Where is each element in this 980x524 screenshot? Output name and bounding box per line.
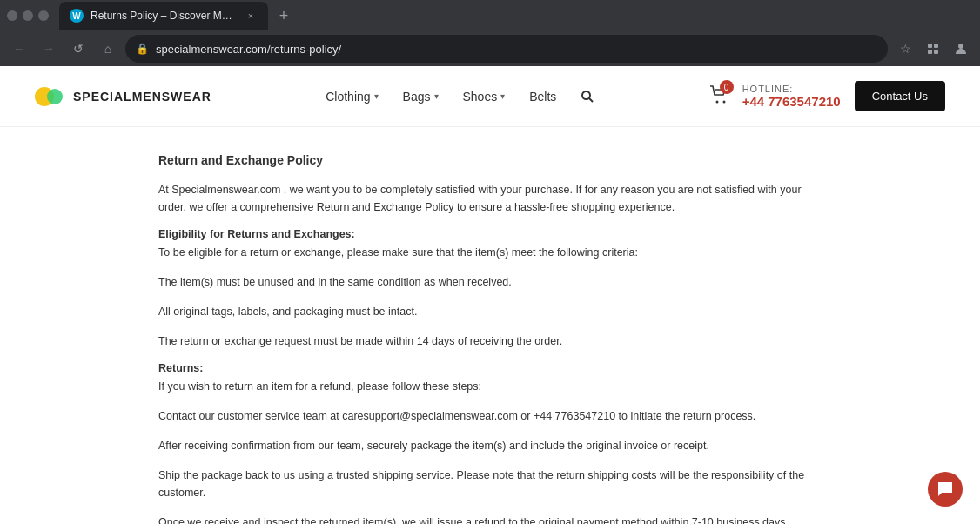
svg-point-10 <box>722 101 725 104</box>
nav-clothing[interactable]: Clothing ▾ <box>326 90 378 104</box>
logo-text: SPECIALMENSWEAR <box>73 90 211 104</box>
chevron-down-icon: ▾ <box>434 91 439 101</box>
new-tab-button[interactable]: + <box>272 3 296 28</box>
extensions-button[interactable] <box>921 37 945 61</box>
svg-point-7 <box>582 91 590 99</box>
browser-titlebar: W Returns Policy – Discover Men... × + <box>0 0 980 31</box>
svg-rect-1 <box>934 44 938 48</box>
browser-tab[interactable]: W Returns Policy – Discover Men... × <box>59 2 268 30</box>
eligibility-line3: All original tags, labels, and packaging… <box>158 303 822 320</box>
returns-line1: If you wish to return an item for a refu… <box>158 378 822 395</box>
returns-line5: Once we receive and inspect the returned… <box>158 514 822 524</box>
svg-rect-3 <box>934 50 938 54</box>
tab-close-button[interactable]: × <box>244 9 258 23</box>
eligibility-title: Eligibility for Returns and Exchanges: <box>158 228 822 240</box>
returns-line2: Contact our customer service team at car… <box>158 407 822 425</box>
nav-bags[interactable]: Bags ▾ <box>403 90 439 104</box>
profile-button[interactable] <box>949 37 973 61</box>
returns-line3: After receiving confirmation from our te… <box>158 437 822 454</box>
lock-icon: 🔒 <box>136 43 149 55</box>
bookmark-button[interactable]: ☆ <box>893 37 917 61</box>
site-navigation: SPECIALMENSWEAR Clothing ▾ Bags ▾ Shoes … <box>0 66 980 127</box>
browser-toolbar: ← → ↺ ⌂ 🔒 specialmenswear.com/returns-po… <box>0 31 980 66</box>
browser-window: W Returns Policy – Discover Men... × + ←… <box>0 0 980 66</box>
nav-belts[interactable]: Belts <box>529 90 556 104</box>
svg-line-8 <box>589 98 593 102</box>
chat-icon <box>936 480 954 498</box>
svg-point-9 <box>715 101 718 104</box>
returns-line4: Ship the package back to us using a trus… <box>158 467 822 501</box>
hotline-label: HOTLINE: <box>742 84 841 94</box>
cart-button[interactable]: 0 <box>709 85 728 107</box>
chevron-down-icon: ▾ <box>500 91 505 101</box>
address-bar[interactable]: 🔒 specialmenswear.com/returns-policy/ <box>125 35 888 63</box>
svg-rect-0 <box>928 44 932 48</box>
logo-icon <box>35 85 66 108</box>
hotline-block: HOTLINE: +44 7763547210 <box>742 84 841 109</box>
eligibility-line1: To be eligible for a return or exchange,… <box>158 244 822 261</box>
policy-intro: At Specialmenswear.com , we want you to … <box>158 181 822 216</box>
home-button[interactable]: ⌂ <box>96 37 120 61</box>
back-button[interactable]: ← <box>7 37 31 61</box>
nav-right: 0 HOTLINE: +44 7763547210 Contact Us <box>709 81 945 111</box>
hotline-number: +44 7763547210 <box>742 94 841 109</box>
policy-title: Return and Exchange Policy <box>158 153 822 167</box>
content-area: Return and Exchange Policy At Specialmen… <box>0 127 980 524</box>
tab-favicon: W <box>70 9 84 23</box>
cart-badge: 0 <box>720 80 734 94</box>
nav-shoes[interactable]: Shoes ▾ <box>463 90 506 104</box>
website-content: SPECIALMENSWEAR Clothing ▾ Bags ▾ Shoes … <box>0 66 980 524</box>
maximize-button[interactable] <box>23 10 33 21</box>
close-button[interactable] <box>38 10 49 21</box>
chevron-down-icon: ▾ <box>374 91 379 101</box>
svg-rect-2 <box>928 50 932 54</box>
nav-links: Clothing ▾ Bags ▾ Shoes ▾ Belts <box>326 90 594 104</box>
toolbar-actions: ☆ <box>893 37 973 61</box>
search-icon[interactable] <box>581 90 594 104</box>
chat-button[interactable] <box>928 472 963 507</box>
url-display: specialmenswear.com/returns-policy/ <box>156 43 877 56</box>
eligibility-line2: The item(s) must be unused and in the sa… <box>158 273 822 291</box>
svg-point-6 <box>47 89 63 104</box>
site-logo[interactable]: SPECIALMENSWEAR <box>35 85 211 108</box>
returns-title: Returns: <box>158 362 822 374</box>
reload-button[interactable]: ↺ <box>66 37 91 61</box>
contact-us-button[interactable]: Contact Us <box>855 81 945 111</box>
minimize-button[interactable] <box>7 10 17 21</box>
wordpress-icon: W <box>70 9 84 23</box>
svg-point-4 <box>958 44 963 49</box>
forward-button[interactable]: → <box>37 37 61 61</box>
eligibility-line4: The return or exchange request must be m… <box>158 333 822 350</box>
tab-label: Returns Policy – Discover Men... <box>91 10 237 22</box>
